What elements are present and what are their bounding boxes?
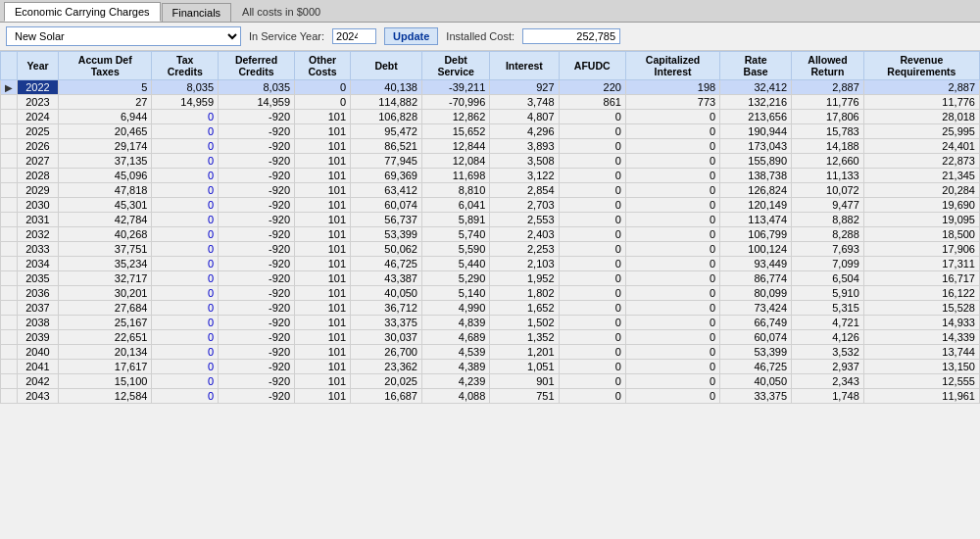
data-cell: 50,062 <box>351 242 422 257</box>
data-cell: 2,703 <box>490 198 559 213</box>
data-cell: 0 <box>152 286 219 301</box>
data-cell: 77,945 <box>351 154 422 169</box>
data-cell: 132,216 <box>720 95 792 110</box>
data-cell: -920 <box>219 227 295 242</box>
data-cell: 0 <box>559 110 625 124</box>
data-cell: -70,996 <box>422 95 490 110</box>
data-cell: 17,906 <box>863 242 979 257</box>
data-cell: 60,074 <box>720 330 792 345</box>
year-cell: 2035 <box>18 271 59 286</box>
tab-economic[interactable]: Economic Carrying Charges <box>4 2 161 22</box>
data-cell: 10,072 <box>792 183 864 198</box>
year-cell: 2040 <box>18 345 59 360</box>
data-cell: 220 <box>559 80 625 95</box>
data-cell: 0 <box>625 227 719 242</box>
data-cell: 53,399 <box>351 227 422 242</box>
year-cell: 2041 <box>18 360 59 374</box>
arrow-cell <box>1 169 18 183</box>
data-cell: 2,854 <box>490 183 559 198</box>
arrow-cell <box>1 286 18 301</box>
data-cell: 5 <box>59 80 152 95</box>
installed-cost-label: Installed Cost: <box>446 30 514 42</box>
data-cell: 40,268 <box>59 227 152 242</box>
data-cell: 5,910 <box>792 286 864 301</box>
data-cell: 23,362 <box>351 360 422 374</box>
data-cell: 28,018 <box>863 110 979 124</box>
data-cell: -920 <box>219 242 295 257</box>
toolbar: New Solar In Service Year: Update Instal… <box>0 23 980 51</box>
update-button[interactable]: Update <box>384 27 438 45</box>
year-cell: 2032 <box>18 227 59 242</box>
data-cell: 11,776 <box>863 95 979 110</box>
data-cell: 22,873 <box>863 154 979 169</box>
arrow-cell: ▶ <box>1 80 18 95</box>
data-cell: 63,412 <box>351 183 422 198</box>
data-cell: 14,933 <box>863 316 979 330</box>
data-cell: 0 <box>559 345 625 360</box>
data-cell: 1,352 <box>490 330 559 345</box>
data-cell: -920 <box>219 286 295 301</box>
data-cell: 69,369 <box>351 169 422 183</box>
data-cell: 0 <box>152 227 219 242</box>
data-cell: 14,188 <box>792 139 864 154</box>
data-cell: 12,844 <box>422 139 490 154</box>
th-other-costs: OtherCosts <box>295 52 351 80</box>
data-cell: 35,234 <box>59 257 152 271</box>
data-cell: 53,399 <box>720 345 792 360</box>
data-cell: 17,617 <box>59 360 152 374</box>
data-cell: 2,403 <box>490 227 559 242</box>
data-cell: 101 <box>295 139 351 154</box>
data-cell: 4,807 <box>490 110 559 124</box>
year-cell: 2028 <box>18 169 59 183</box>
data-cell: 6,504 <box>792 271 864 286</box>
data-cell: 101 <box>295 389 351 404</box>
data-cell: 0 <box>559 389 625 404</box>
data-cell: 2,103 <box>490 257 559 271</box>
data-cell: 2,937 <box>792 360 864 374</box>
year-input[interactable] <box>332 28 376 44</box>
data-cell: 20,284 <box>863 183 979 198</box>
data-cell: 0 <box>559 183 625 198</box>
data-cell: 101 <box>295 360 351 374</box>
data-cell: 0 <box>625 316 719 330</box>
data-cell: 37,135 <box>59 154 152 169</box>
th-rate-base: RateBase <box>720 52 792 80</box>
data-cell: 0 <box>559 257 625 271</box>
data-cell: 24,401 <box>863 139 979 154</box>
data-cell: 101 <box>295 198 351 213</box>
data-cell: 0 <box>559 227 625 242</box>
data-cell: 101 <box>295 213 351 227</box>
data-cell: 101 <box>295 330 351 345</box>
data-cell: -39,211 <box>422 80 490 95</box>
data-cell: 0 <box>152 330 219 345</box>
data-cell: 19,095 <box>863 213 979 227</box>
data-cell: 0 <box>152 213 219 227</box>
data-cell: 46,725 <box>720 360 792 374</box>
installed-cost-input[interactable] <box>522 28 620 44</box>
data-cell: 40,050 <box>351 286 422 301</box>
th-revenue-requirements: RevenueRequirements <box>863 52 979 80</box>
data-cell: 101 <box>295 271 351 286</box>
tab-financials[interactable]: Financials <box>162 3 232 22</box>
data-cell: -920 <box>219 213 295 227</box>
data-cell: 0 <box>152 360 219 374</box>
data-cell: 1,748 <box>792 389 864 404</box>
data-cell: 30,037 <box>351 330 422 345</box>
data-cell: -920 <box>219 345 295 360</box>
data-cell: 0 <box>625 374 719 389</box>
data-cell: 0 <box>559 139 625 154</box>
data-cell: 0 <box>152 389 219 404</box>
data-cell: 27,684 <box>59 301 152 316</box>
data-cell: 11,776 <box>792 95 864 110</box>
data-cell: 0 <box>625 286 719 301</box>
table-container[interactable]: Year Accum DefTaxes TaxCredits DeferredC… <box>0 51 980 533</box>
data-cell: 16,717 <box>863 271 979 286</box>
data-cell: 3,532 <box>792 345 864 360</box>
data-cell: 101 <box>295 154 351 169</box>
data-cell: 4,126 <box>792 330 864 345</box>
data-cell: 0 <box>559 316 625 330</box>
asset-select[interactable]: New Solar <box>6 26 241 46</box>
data-cell: 901 <box>490 374 559 389</box>
data-cell: 4,990 <box>422 301 490 316</box>
year-cell: 2031 <box>18 213 59 227</box>
